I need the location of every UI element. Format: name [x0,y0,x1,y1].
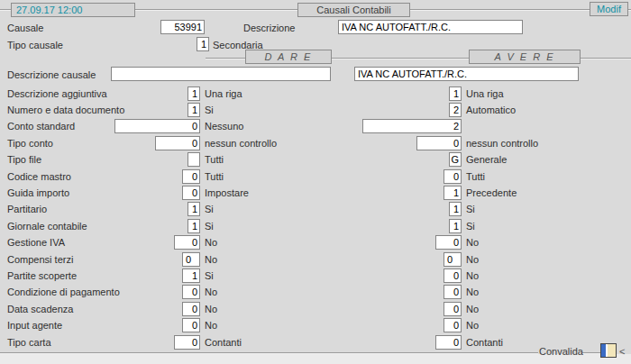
row-label: Condizione di pagamento [7,287,120,297]
row-label: Numero e data documento [7,105,124,115]
form-row: Input agente 0 No 0 No [0,318,631,334]
avere-option-text: No [466,304,479,314]
dare-option-text: Contanti [205,337,242,348]
row-label: Gestione IVA [7,237,65,248]
modif-button[interactable]: Modif [590,2,628,16]
avere-value-input[interactable]: 0 [444,302,462,316]
avere-option-text: No [466,237,479,248]
avere-option-text: No [466,254,479,265]
row-label: Codice mastro [7,171,71,182]
avere-option-text: No [466,270,479,281]
descrizione-input[interactable]: IVA NC AUTOFATT./R.C. [338,20,523,34]
dare-value-input[interactable]: 0 [155,136,200,150]
form-row: Codice mastro 0 Tutti 0 Tutti [0,169,631,186]
footer-line-right [582,352,600,353]
dare-value-input[interactable]: 1 [187,103,200,117]
avere-value-input[interactable]: 1 [449,86,462,101]
convalida-book-icon[interactable] [600,343,617,358]
tipo-causale-input[interactable]: 1 [197,37,209,51]
causale-label: Causale [7,23,43,33]
avere-option-text: Una riga [466,88,504,99]
form-row: Data scadenza 0 No 0 No [0,302,631,318]
dare-value-input[interactable]: 1 [187,202,200,216]
form-row: Tipo conto 0 nessun controllo 0 nessun c… [0,136,631,152]
row-label: Guida importo [7,187,69,198]
row-label: Tipo carta [7,337,51,348]
tipo-causale-label: Tipo causale [7,40,63,50]
dare-value-input[interactable]: 1 [187,219,200,233]
dare-value-input[interactable]: 0 [182,318,200,332]
row-label: Giornale contabile [7,221,87,232]
row-label: Tipo conto [7,138,53,149]
avere-value-input[interactable]: 0 [435,335,462,350]
form-row: Partite scoperte 1 Si 0 No [0,268,631,285]
descrizione-causale-avere-input[interactable]: IVA NC AUTOFATT./R.C. [354,67,579,81]
dare-value-input[interactable]: 0 [182,186,200,200]
descrizione-causale-dare-input[interactable] [111,67,331,81]
datetime-box[interactable]: 27.09.17 12:00 [11,3,135,17]
dare-value-input[interactable]: 0 [174,235,200,250]
dare-value-input[interactable]: 0 [174,335,200,350]
avere-value-input[interactable]: 0 [444,169,462,184]
avere-column-header: A V E R E [469,50,581,64]
row-label: Input agente [7,320,62,331]
bottom-strip [0,354,631,364]
avere-value-input[interactable]: 0 [435,235,462,250]
avere-value-input[interactable]: 0 [416,136,462,150]
form-row: Conto standard 0 Nessuno 2 [0,119,631,135]
avere-value-input[interactable]: 0 [444,252,462,267]
dare-option-text: nessun controllo [205,138,277,149]
form-row: Numero e data documento 1 Si 2 Automatic… [0,103,631,119]
form-row: Giornale contabile 1 Si 1 Si [0,219,631,235]
convalida-label: Convalida [539,346,583,357]
dare-value-input[interactable]: 0 [182,285,200,299]
row-label: Conto standard [7,121,75,132]
avere-value-input[interactable]: 0 [444,285,462,299]
dare-option-text: Impostare [205,187,249,198]
form-row: Tipo file Tutti G Generale [0,152,631,168]
footer-line-left [0,352,538,353]
row-label: Data scadenza [7,304,73,314]
avere-option-text: Contanti [466,337,503,348]
dare-value-input[interactable]: 0 [182,169,200,184]
dare-option-text: No [205,254,217,265]
dare-option-text: No [205,237,217,248]
avere-value-input[interactable]: 1 [449,219,462,233]
form-row: Descrizione aggiuntiva 1 Una riga 1 Una … [0,86,631,103]
dare-value-input[interactable] [187,152,200,167]
row-label: Descrizione aggiuntiva [7,88,107,99]
avere-value-input[interactable]: 1 [444,186,462,200]
avere-option-text: No [466,287,479,297]
form-row: Condizione di pagamento 0 No 0 No [0,285,631,301]
dare-option-text: Si [205,204,214,214]
form-row: Guida importo 0 Impostare 1 Precedente [0,186,631,202]
avere-option-text: Si [466,204,475,214]
avere-value-input[interactable]: G [449,152,462,167]
dare-value-input[interactable]: 0 [114,119,200,133]
avere-value-input[interactable]: 2 [362,119,462,133]
avere-value-input[interactable]: 2 [449,103,462,117]
dare-value-input[interactable]: 0 [182,302,200,316]
causali-contabili-window: 27.09.17 12:00 Causali Contabili Modif C… [0,0,631,364]
form-row: Partitario 1 Si 1 Si [0,202,631,218]
avere-option-text: Tutti [466,171,485,182]
dare-value-input[interactable]: 1 [182,268,200,283]
dare-option-text: Si [205,105,214,115]
dare-option-text: Tutti [205,171,224,182]
dare-option-text: Si [205,221,214,232]
avere-option-text: No [466,320,479,331]
dare-option-text: Nessuno [205,121,243,132]
avere-value-input[interactable]: 0 [444,268,462,283]
row-label: Partitario [7,204,47,214]
avere-option-text: Automatico [466,105,516,115]
dare-value-input[interactable]: 0 [182,252,200,267]
avere-value-input[interactable]: 0 [444,318,462,332]
page-title: Causali Contabili [297,3,410,17]
form-row: Gestione IVA 0 No 0 No [0,235,631,251]
avere-value-input[interactable]: 1 [449,202,462,216]
dare-option-text: No [205,320,217,331]
avere-option-text: nessun controllo [466,138,538,149]
causale-input[interactable]: 53991 [160,20,205,34]
dare-value-input[interactable]: 1 [187,86,200,101]
form-row: Compensi terzi 0 No 0 No [0,252,631,268]
